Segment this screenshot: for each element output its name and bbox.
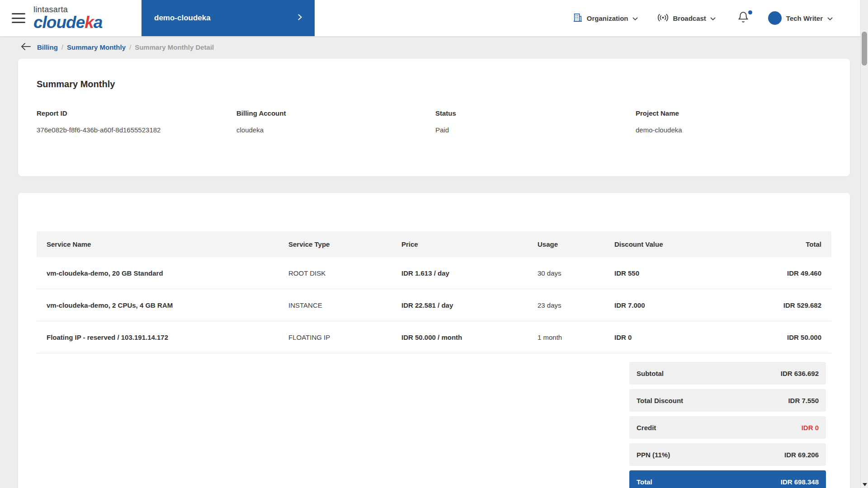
totals-row-ppn: PPN (11%) IDR 69.206	[629, 443, 826, 466]
totals-row-total-discount: Total Discount IDR 7.550	[629, 389, 826, 412]
cell-service-name: vm-cloudeka-demo, 2 CPUs, 4 GB RAM	[47, 301, 288, 309]
cell-usage: 23 days	[538, 301, 614, 309]
field-label: Report ID	[37, 109, 236, 117]
table-row: vm-cloudeka-demo, 2 CPUs, 4 GB RAM INSTA…	[37, 289, 831, 321]
column-header-discount-value: Discount Value	[614, 240, 741, 248]
totals-row-grand-total: Total IDR 698.348	[629, 470, 826, 488]
cell-total: IDR 529.682	[741, 301, 821, 309]
project-name-label: demo-cloudeka	[154, 14, 211, 23]
field-value: demo-cloudeka	[636, 126, 831, 134]
table-row: vm-cloudeka-demo, 20 GB Standard ROOT DI…	[37, 257, 831, 289]
totals-value: IDR 69.206	[784, 451, 819, 459]
project-selector-button[interactable]: demo-cloudeka	[142, 0, 315, 36]
cell-discount: IDR 7.000	[614, 301, 741, 309]
breadcrumb-item-summary-monthly[interactable]: Summary Monthly	[67, 43, 126, 51]
field-project-name: Project Name demo-cloudeka	[636, 109, 831, 134]
breadcrumb-item-current: Summary Monthly Detail	[135, 43, 214, 51]
cell-service-type: ROOT DISK	[288, 269, 401, 277]
field-value: cloudeka	[236, 126, 435, 134]
user-name-label: Tech Writer	[786, 14, 823, 22]
column-header-service-name: Service Name	[47, 240, 288, 248]
breadcrumb-separator: /	[129, 43, 131, 51]
back-button[interactable]	[20, 42, 32, 53]
table-row: Floating IP - reserved / 103.191.14.172 …	[37, 321, 831, 353]
breadcrumb-separator: /	[61, 43, 63, 51]
logo-brand-text: cloudeka	[33, 14, 102, 31]
logo: lintasarta cloudeka	[33, 5, 102, 31]
cell-price: IDR 1.613 / day	[401, 269, 538, 277]
chevron-down-icon	[827, 14, 833, 22]
breadcrumb-item-billing[interactable]: Billing	[37, 43, 58, 51]
page-title: Summary Monthly	[37, 79, 831, 89]
avatar	[768, 11, 782, 25]
field-label: Project Name	[636, 109, 831, 117]
field-billing-account: Billing Account cloudeka	[236, 109, 435, 134]
totals-value: IDR 0	[802, 424, 819, 432]
broadcast-icon	[657, 13, 669, 23]
organization-label: Organization	[587, 14, 628, 22]
chevron-right-icon	[298, 14, 302, 23]
summary-fields: Report ID 376e082b-f8f6-436b-a60f-8d1655…	[37, 109, 831, 134]
cell-price: IDR 22.581 / day	[401, 301, 538, 309]
cell-total: IDR 49.460	[741, 269, 821, 277]
broadcast-label: Broadcast	[673, 14, 706, 22]
topbar-right: Organization Broadcast Tech Writer	[573, 11, 868, 25]
cell-service-name: vm-cloudeka-demo, 20 GB Standard	[47, 269, 288, 277]
cell-service-type: INSTANCE	[288, 301, 401, 309]
chevron-down-icon	[632, 14, 638, 22]
totals-label: Credit	[637, 424, 656, 432]
totals-label: Subtotal	[637, 370, 664, 377]
totals-label: Total	[637, 478, 652, 486]
table-header: Service Name Service Type Price Usage Di…	[37, 231, 831, 257]
scrollbar-thumb[interactable]	[862, 32, 867, 66]
field-status: Status Paid	[435, 109, 636, 134]
chevron-down-icon	[710, 14, 716, 22]
cell-discount: IDR 550	[614, 269, 741, 277]
bell-icon	[737, 17, 749, 24]
menu-icon[interactable]	[12, 13, 25, 23]
totals-summary: Subtotal IDR 636.692 Total Discount IDR …	[629, 362, 826, 488]
summary-card: Summary Monthly Report ID 376e082b-f8f6-…	[18, 59, 850, 176]
column-header-usage: Usage	[538, 240, 614, 248]
totals-value: IDR 636.692	[781, 370, 819, 377]
scrollbar-down-arrow-icon[interactable]	[863, 483, 867, 486]
field-value: 376e082b-f8f6-436b-a60f-8d1655523182	[37, 126, 236, 134]
totals-value: IDR 7.550	[788, 397, 819, 404]
topbar: lintasarta cloudeka demo-cloudeka Organi…	[0, 0, 868, 36]
cell-service-name: Floating IP - reserved / 103.191.14.172	[47, 333, 288, 341]
broadcast-menu[interactable]: Broadcast	[657, 13, 716, 23]
column-header-price: Price	[401, 240, 538, 248]
field-label: Billing Account	[236, 109, 435, 117]
totals-value: IDR 698.348	[781, 478, 819, 486]
field-report-id: Report ID 376e082b-f8f6-436b-a60f-8d1655…	[37, 109, 236, 134]
arrow-left-icon	[21, 42, 31, 52]
logo-company-text: lintasarta	[33, 5, 102, 14]
cell-usage: 1 month	[538, 333, 614, 341]
notification-unread-dot	[748, 10, 752, 14]
totals-row-subtotal: Subtotal IDR 636.692	[629, 362, 826, 385]
main-content: Summary Monthly Report ID 376e082b-f8f6-…	[0, 59, 868, 488]
vertical-scrollbar[interactable]	[860, 0, 868, 488]
column-header-total: Total	[741, 240, 821, 248]
column-header-service-type: Service Type	[288, 240, 401, 248]
organization-icon	[573, 13, 583, 24]
organization-menu[interactable]: Organization	[573, 13, 638, 24]
cell-price: IDR 50.000 / month	[401, 333, 538, 341]
totals-row-credit: Credit IDR 0	[629, 416, 826, 439]
breadcrumb: Billing / Summary Monthly / Summary Mont…	[0, 36, 868, 53]
field-value: Paid	[435, 126, 636, 134]
field-label: Status	[435, 109, 636, 117]
cell-usage: 30 days	[538, 269, 614, 277]
user-menu[interactable]: Tech Writer	[768, 11, 833, 25]
notifications-button[interactable]	[737, 11, 749, 25]
billing-detail-card: Service Name Service Type Price Usage Di…	[18, 193, 850, 488]
cell-service-type: FLOATING IP	[288, 333, 401, 341]
cell-discount: IDR 0	[614, 333, 741, 341]
cell-total: IDR 50.000	[741, 333, 821, 341]
totals-label: Total Discount	[637, 397, 683, 404]
totals-label: PPN (11%)	[637, 451, 670, 459]
